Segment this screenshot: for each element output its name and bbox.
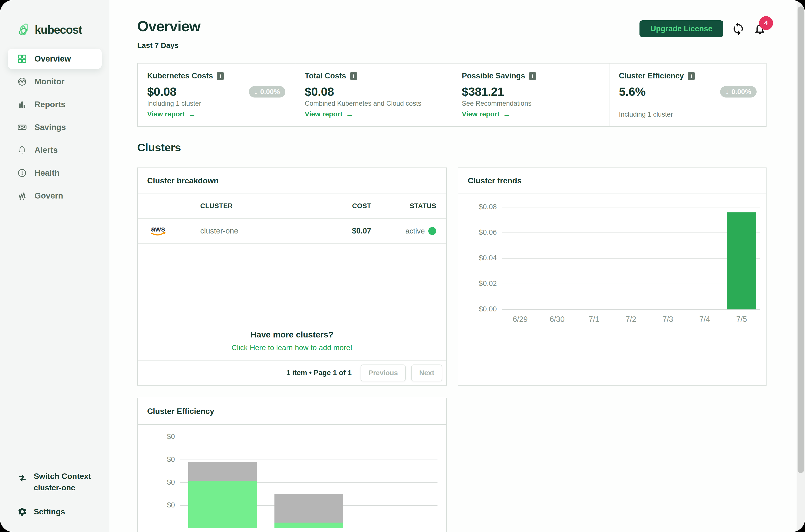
info-icon[interactable]: i [217,72,224,80]
gear-icon [17,507,27,517]
previous-page-button[interactable]: Previous [361,364,406,381]
delta-badge: ↓0.00% [720,86,756,97]
logo-text: kubecost [35,23,82,37]
stat-subtext: Including 1 cluster [619,111,756,118]
stat-card-kubernetes-costs: Kubernetes Costs i $0.08 ↓0.00% Includin… [138,63,295,126]
stat-subtext: Combined Kubernetes and Cloud costs [305,100,442,108]
info-icon[interactable]: i [529,72,536,80]
cluster-breakdown-card: Cluster breakdown CLUSTER COST STATUS aw… [137,168,447,386]
x-tick-label: 7/1 [575,315,612,324]
sidebar-item-overview[interactable]: Overview [8,49,102,69]
gridline [180,459,438,460]
sidebar-item-reports[interactable]: Reports [8,94,102,115]
y-tick-label: $0 [138,501,175,509]
pagination-summary: 1 item • Page 1 of 1 [286,369,352,377]
y-tick-label: $0.06 [458,228,497,236]
table-row[interactable]: aws cluster-one $0.07 active [138,218,446,244]
sidebar-item-monitor[interactable]: Monitor [8,72,102,92]
cluster-efficiency-chart: $0$0$0$0 [138,425,446,532]
arrow-right-icon: → [503,110,511,118]
sidebar-item-label: Health [35,168,60,178]
cluster-efficiency-card: Cluster Efficiency $0$0$0$0 [137,398,447,532]
gridline [502,284,760,284]
stat-value: 5.6% [619,85,646,98]
info-icon[interactable]: i [688,72,695,80]
table-header-row: CLUSTER COST STATUS [138,194,446,218]
sidebar-item-savings[interactable]: Savings [8,117,102,137]
cluster-status: active [371,227,436,235]
banknote-icon [17,122,27,132]
stat-card-cluster-efficiency: Cluster Efficiency i 5.6% ↓0.00% Includi… [609,63,766,126]
y-tick-label: $0.00 [458,305,497,313]
settings-button[interactable]: Settings [17,507,91,517]
cluster-trends-card: Cluster trends $0.08$0.06$0.04$0.02$0.00… [458,168,767,386]
sidebar-item-label: Overview [35,54,71,63]
refresh-icon [731,22,745,36]
stat-title: Possible Savings [462,72,525,80]
next-page-button[interactable]: Next [411,364,442,381]
kubecost-logo[interactable]: kubecost [0,0,110,37]
sidebar-item-govern[interactable]: Govern [8,186,102,206]
arrow-down-icon: ↓ [726,88,729,96]
gridline [502,258,760,259]
stacked-bar-idle [274,494,343,522]
stats-row: Kubernetes Costs i $0.08 ↓0.00% Includin… [137,63,767,127]
screen: kubecost Overview Monitor [0,0,805,532]
stat-value: $381.21 [462,85,504,98]
page-scrollbar[interactable] [797,0,805,532]
clusters-cards-row: Cluster breakdown CLUSTER COST STATUS aw… [137,168,767,386]
current-context: cluster-one [34,483,91,492]
delta-badge: ↓0.00% [249,86,285,97]
column-header-status: STATUS [371,202,436,210]
svg-text:aws: aws [151,225,165,233]
x-tick-label: 7/4 [686,315,723,324]
sidebar-item-health[interactable]: Health [8,163,102,183]
date-range-label: Last 7 Days [137,41,200,50]
view-report-link[interactable]: View report→ [462,110,599,118]
gridline [502,309,760,310]
table-empty-space [138,244,446,321]
y-tick-label: $0.04 [458,254,497,262]
sidebar-item-label: Savings [35,122,66,132]
add-clusters-link[interactable]: Click Here to learn how to add more! [231,343,352,352]
y-tick-label: $0 [138,478,175,486]
more-clusters-section: Have more clusters? Click Here to learn … [138,321,446,360]
sidebar-footer: Switch Context cluster-one Settings [17,472,91,517]
cluster-trends-chart: $0.08$0.06$0.04$0.02$0.006/296/307/17/27… [458,194,766,385]
settings-label: Settings [34,507,65,516]
sidebar-nav: Overview Monitor Reports [0,49,110,206]
stacked-bar-idle [188,462,257,481]
x-tick-label: 6/30 [539,315,576,324]
scrollbar-thumb[interactable] [798,6,804,473]
column-header-cluster: CLUSTER [200,202,329,210]
notifications-button[interactable]: 4 [753,22,767,36]
info-icon[interactable]: i [350,72,357,80]
arrow-right-icon: → [188,110,196,118]
swap-arrows-icon [17,473,27,483]
y-tick-label: $0 [138,455,175,463]
view-report-link[interactable]: View report→ [147,110,285,118]
sidebar-item-label: Monitor [35,77,64,87]
pagination-bar: 1 item • Page 1 of 1 Previous Next [138,360,446,385]
switch-context-label: Switch Context [34,472,91,481]
grid-icon [17,54,27,64]
view-report-link[interactable]: View report→ [305,110,442,118]
x-tick-label: 6/29 [502,315,539,324]
gridline [502,207,760,207]
cluster-efficiency-title: Cluster Efficiency [138,398,446,425]
sidebar: kubecost Overview Monitor [0,0,110,532]
stacked-bar-used [274,522,343,528]
bell-icon [17,145,27,155]
aws-logo: aws [148,224,200,238]
monitor-icon [17,77,27,87]
bar-chart-icon [17,99,27,110]
refresh-button[interactable] [731,22,745,36]
sidebar-item-alerts[interactable]: Alerts [8,140,102,160]
switch-context-button[interactable]: Switch Context cluster-one [17,472,91,492]
sidebar-item-label: Reports [35,100,65,109]
page-title: Overview [137,18,200,35]
topbar-controls: Upgrade License 4 [639,20,767,37]
arrow-right-icon: → [346,110,353,118]
upgrade-license-button[interactable]: Upgrade License [639,20,723,37]
y-tick-label: $0.08 [458,203,497,211]
